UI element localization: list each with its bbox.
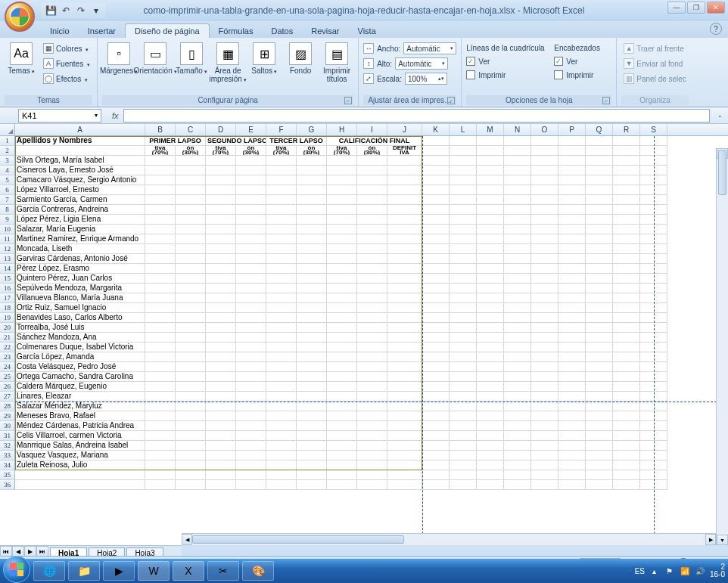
cell[interactable] bbox=[422, 195, 450, 205]
cell[interactable] bbox=[266, 274, 297, 284]
cell[interactable] bbox=[422, 392, 450, 402]
tab-insertar[interactable]: Insertar bbox=[79, 24, 125, 38]
cell[interactable] bbox=[206, 343, 236, 352]
cell[interactable] bbox=[387, 175, 422, 185]
cell[interactable] bbox=[236, 470, 266, 480]
cell[interactable] bbox=[206, 215, 236, 225]
cell[interactable] bbox=[145, 411, 176, 421]
row-header[interactable]: 17 bbox=[0, 293, 15, 303]
cell[interactable] bbox=[477, 274, 504, 284]
cell[interactable] bbox=[558, 264, 586, 274]
tab-formulas[interactable]: Fórmulas bbox=[210, 24, 263, 38]
cell[interactable] bbox=[586, 451, 613, 461]
cell[interactable] bbox=[422, 225, 450, 234]
cell[interactable] bbox=[357, 244, 387, 254]
cell[interactable] bbox=[504, 303, 531, 313]
cell[interactable] bbox=[613, 441, 640, 451]
scroll-down-icon[interactable]: ▼ bbox=[717, 535, 728, 545]
cell[interactable] bbox=[327, 244, 357, 254]
cell[interactable]: Costa Velásquez, Pedro José bbox=[15, 362, 145, 372]
col-header-R[interactable]: R bbox=[613, 124, 640, 135]
cell[interactable] bbox=[357, 372, 387, 382]
cell[interactable] bbox=[266, 284, 297, 293]
cell[interactable] bbox=[357, 205, 387, 215]
cell[interactable] bbox=[206, 480, 236, 490]
cell[interactable] bbox=[586, 136, 613, 146]
cell[interactable] bbox=[357, 352, 387, 362]
cell[interactable] bbox=[531, 382, 558, 392]
cell[interactable] bbox=[531, 343, 558, 352]
encabezados-imprimir-check[interactable]: Imprimir bbox=[554, 68, 611, 82]
cell[interactable] bbox=[613, 195, 640, 205]
cell[interactable]: Silva Ortega, María Isabel bbox=[15, 156, 145, 166]
cell[interactable] bbox=[357, 274, 387, 284]
cell[interactable] bbox=[145, 234, 176, 244]
cell[interactable] bbox=[477, 293, 504, 303]
cell[interactable] bbox=[558, 441, 586, 451]
cell[interactable] bbox=[586, 323, 613, 333]
cell[interactable] bbox=[531, 215, 558, 225]
cell[interactable] bbox=[586, 274, 613, 284]
cell[interactable] bbox=[558, 313, 586, 323]
cell[interactable] bbox=[206, 372, 236, 382]
cell[interactable] bbox=[266, 411, 297, 421]
cell[interactable] bbox=[586, 372, 613, 382]
cell[interactable] bbox=[357, 293, 387, 303]
cell[interactable] bbox=[586, 146, 613, 156]
cell[interactable] bbox=[558, 293, 586, 303]
cell[interactable] bbox=[613, 175, 640, 185]
cell[interactable] bbox=[450, 166, 477, 175]
cell[interactable] bbox=[422, 313, 450, 323]
cell[interactable]: Celis Villarroel, carmen Victoria bbox=[15, 431, 145, 441]
cell[interactable] bbox=[477, 431, 504, 441]
cell[interactable] bbox=[531, 284, 558, 293]
cell[interactable]: Garcia Contreras, Andreina bbox=[15, 205, 145, 215]
cell[interactable] bbox=[613, 185, 640, 195]
cell[interactable] bbox=[387, 244, 422, 254]
cell[interactable] bbox=[206, 254, 236, 264]
taskbar-excel-icon[interactable]: X bbox=[173, 561, 204, 581]
cell[interactable] bbox=[422, 205, 450, 215]
cell[interactable] bbox=[236, 323, 266, 333]
cell[interactable] bbox=[327, 441, 357, 451]
col-header-F[interactable]: F bbox=[266, 124, 297, 135]
cell[interactable] bbox=[176, 254, 206, 264]
cell[interactable]: Meneses Bravo, Rafael bbox=[15, 411, 145, 421]
cell[interactable] bbox=[504, 352, 531, 362]
cell[interactable] bbox=[327, 402, 357, 411]
cell[interactable] bbox=[586, 333, 613, 343]
cell[interactable] bbox=[357, 166, 387, 175]
cell[interactable] bbox=[531, 411, 558, 421]
cell[interactable] bbox=[477, 352, 504, 362]
cell[interactable] bbox=[206, 333, 236, 343]
vscroll-thumb[interactable] bbox=[718, 150, 726, 195]
cell[interactable] bbox=[206, 185, 236, 195]
cell[interactable] bbox=[327, 382, 357, 392]
row-header[interactable]: 30 bbox=[0, 421, 15, 431]
cell[interactable] bbox=[176, 284, 206, 293]
cell[interactable] bbox=[236, 451, 266, 461]
cell[interactable] bbox=[586, 156, 613, 166]
cell[interactable] bbox=[422, 264, 450, 274]
cell[interactable] bbox=[450, 382, 477, 392]
cell[interactable] bbox=[558, 234, 586, 244]
cell[interactable] bbox=[145, 185, 176, 195]
row-header[interactable]: 16 bbox=[0, 284, 15, 293]
cell[interactable] bbox=[477, 185, 504, 195]
tray-lang[interactable]: ES bbox=[635, 567, 645, 575]
configurar-launcher[interactable]: ⌐ bbox=[344, 97, 352, 104]
tab-revisar[interactable]: Revisar bbox=[302, 24, 348, 38]
cell[interactable] bbox=[477, 313, 504, 323]
cell[interactable] bbox=[558, 372, 586, 382]
cell[interactable] bbox=[586, 343, 613, 352]
col-header-J[interactable]: J bbox=[387, 124, 422, 135]
cell[interactable] bbox=[297, 352, 327, 362]
cell[interactable] bbox=[613, 362, 640, 372]
cell[interactable] bbox=[504, 461, 531, 470]
cell[interactable] bbox=[613, 166, 640, 175]
cell[interactable] bbox=[145, 254, 176, 264]
cell[interactable] bbox=[558, 470, 586, 480]
cell[interactable] bbox=[613, 451, 640, 461]
escala-input[interactable]: 100%▴▾ bbox=[405, 73, 447, 85]
cell[interactable] bbox=[236, 274, 266, 284]
